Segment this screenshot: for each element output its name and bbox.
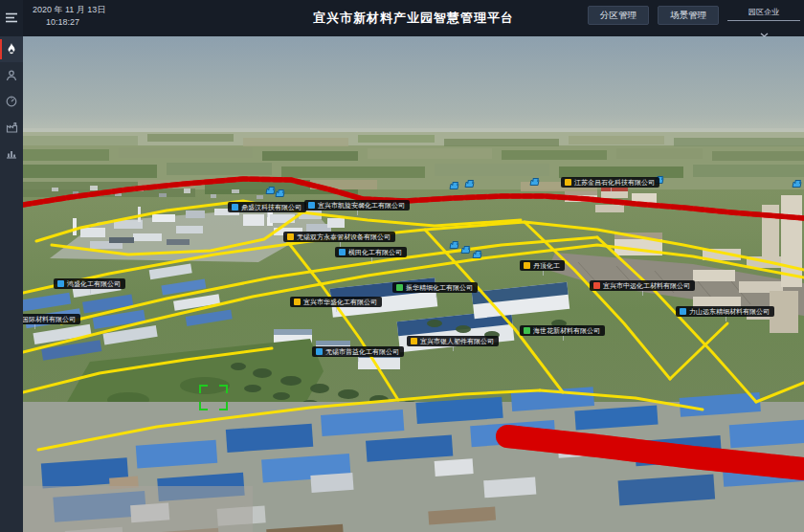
vehicle-marker-icon[interactable] — [529, 180, 539, 186]
building-icon — [308, 202, 315, 209]
scene-manage-button[interactable]: 场景管理 — [658, 6, 719, 25]
company-label[interactable]: 宜兴市国际材料有限公司 — [23, 314, 80, 324]
company-label-text: 横田化工有限公司 — [348, 249, 402, 255]
building-icon — [287, 233, 294, 240]
sidebar-item-monitoring[interactable] — [0, 88, 23, 114]
vehicle-marker-icon[interactable] — [792, 182, 801, 188]
bar-chart-icon — [6, 147, 17, 159]
vehicle-marker-icon[interactable] — [464, 182, 474, 188]
partition-manage-button[interactable]: 分区管理 — [588, 6, 649, 25]
sidebar-item-alarm[interactable] — [0, 36, 23, 62]
sidebar-item-personnel[interactable] — [0, 62, 23, 88]
app-window: 2020 年 11 月 13日 10:18:27 宜兴市新材料产业园智慧管理平台… — [0, 0, 804, 532]
building-icon — [565, 179, 571, 186]
company-label[interactable]: 无锡双方永泰管材设备有限公司 — [283, 232, 395, 242]
map-selection-brackets — [199, 385, 228, 410]
company-label[interactable]: 宜兴市中远化工材料有限公司 — [590, 280, 695, 291]
company-label-text: 鸿盛化工有限公司 — [67, 280, 121, 287]
building-icon — [396, 284, 403, 291]
company-label[interactable]: 宜兴市凯旋安馨化工有限公司 — [304, 200, 410, 211]
company-label-text: 江苏金昌石化科技有限公司 — [574, 179, 655, 186]
company-label-text: 无锡双方永泰管材设备有限公司 — [297, 233, 391, 240]
flame-icon — [6, 43, 17, 55]
hamburger-menu-button[interactable] — [0, 0, 23, 36]
hamburger-icon — [5, 10, 18, 27]
vehicle-marker-icon[interactable] — [460, 248, 470, 254]
company-label[interactable]: 鸿盛化工有限公司 — [54, 278, 125, 289]
company-label-text: 力山远东精细材料有限公司 — [689, 308, 770, 315]
company-label-text: 振华精细化工有限公司 — [406, 284, 473, 291]
company-label-text: 宜兴市银人塑件有限公司 — [420, 338, 494, 344]
company-label-text: 海世花新材料有限公司 — [533, 327, 600, 334]
vehicle-marker-icon[interactable] — [265, 188, 275, 194]
building-icon — [593, 282, 600, 289]
building-icon — [232, 204, 238, 211]
vehicle-marker-icon[interactable] — [449, 243, 458, 249]
sidebar — [0, 0, 23, 532]
building-icon — [411, 338, 417, 344]
company-label[interactable]: 鼎盛汉科技有限公司 — [228, 202, 306, 212]
person-icon — [6, 70, 17, 81]
building-icon — [524, 327, 530, 334]
company-label-text: 宜兴市凯旋安馨化工有限公司 — [318, 202, 405, 209]
map-viewport[interactable]: 鼎盛汉科技有限公司宜兴市凯旋安馨化工有限公司无锡双方永泰管材设备有限公司横田化工… — [23, 36, 804, 532]
company-label-text: 鼎盛汉科技有限公司 — [241, 204, 302, 211]
company-label-text: 宜兴市中远化工材料有限公司 — [603, 282, 690, 289]
company-label-text: 无锡市普益化工有限公司 — [325, 348, 399, 355]
company-label[interactable]: 江苏金昌石化科技有限公司 — [561, 177, 659, 188]
building-icon — [294, 299, 301, 305]
dropdown-divider — [727, 20, 800, 21]
company-label[interactable]: 无锡市普益化工有限公司 — [312, 346, 404, 357]
company-label[interactable]: 振华精细化工有限公司 — [392, 282, 478, 293]
building-icon — [339, 249, 346, 255]
vehicle-marker-icon[interactable] — [472, 253, 481, 258]
building-icon — [680, 308, 686, 315]
topbar-actions: 分区管理 场景管理 园区企业 — [588, 6, 800, 41]
company-label-text: 宜兴市华盛化工有限公司 — [303, 299, 377, 305]
company-label-text: 宜兴市国际材料有限公司 — [23, 316, 76, 322]
company-label[interactable]: 宜兴市华盛化工有限公司 — [290, 297, 382, 307]
enterprise-dropdown[interactable]: 园区企业 — [727, 6, 800, 41]
vehicle-marker-icon[interactable] — [449, 184, 458, 189]
company-label[interactable]: 宜兴市银人塑件有限公司 — [407, 336, 499, 346]
gauge-icon — [6, 96, 17, 107]
company-label[interactable]: 横田化工有限公司 — [335, 247, 407, 257]
top-bar: 2020 年 11 月 13日 10:18:27 宜兴市新材料产业园智慧管理平台… — [23, 0, 804, 36]
company-label[interactable]: 丹顶化工 — [520, 260, 565, 271]
building-icon — [57, 280, 64, 287]
building-icon — [524, 262, 530, 269]
factory-icon — [6, 122, 18, 133]
company-label[interactable]: 海世花新材料有限公司 — [520, 325, 605, 336]
sidebar-item-statistics[interactable] — [0, 140, 23, 166]
sidebar-item-enterprise[interactable] — [0, 114, 23, 140]
map-overlay: 鼎盛汉科技有限公司宜兴市凯旋安馨化工有限公司无锡双方永泰管材设备有限公司横田化工… — [23, 36, 804, 532]
enterprise-dropdown-label: 园区企业 — [748, 6, 779, 20]
chevron-down-icon — [760, 24, 769, 41]
company-label[interactable]: 力山远东精细材料有限公司 — [676, 306, 774, 317]
building-icon — [316, 348, 323, 355]
vehicle-marker-icon[interactable] — [275, 191, 284, 197]
company-label-text: 丹顶化工 — [533, 262, 560, 269]
